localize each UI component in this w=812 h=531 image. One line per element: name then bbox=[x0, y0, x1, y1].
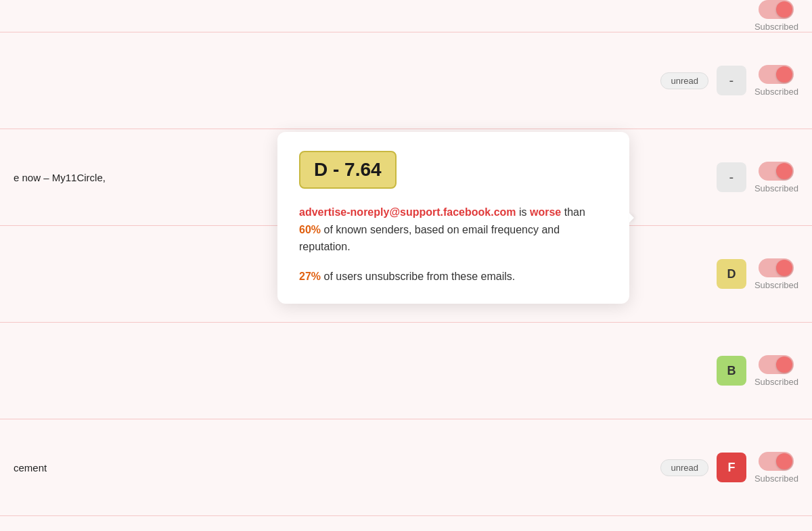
score-badge: D - 7.64 bbox=[299, 151, 397, 189]
is-text: is bbox=[516, 206, 530, 218]
email-row: cement unread F Subscribed bbox=[0, 419, 812, 516]
subscription-toggle-container: Subscribed bbox=[754, 258, 798, 290]
unsubscribe-percent: 27% bbox=[299, 271, 321, 282]
grade-badge: F bbox=[717, 453, 746, 482]
sender-score-tooltip: D - 7.64 advertise-noreply@support.faceb… bbox=[277, 132, 629, 304]
percent-text: 60% bbox=[299, 224, 321, 235]
subscription-toggle-container: Subscribed bbox=[754, 65, 798, 97]
subscribed-label: Subscribed bbox=[754, 87, 798, 97]
than-text: than bbox=[561, 206, 585, 218]
subscribed-label: Subscribed bbox=[754, 183, 798, 193]
subscription-toggle[interactable] bbox=[759, 0, 794, 19]
unread-badge: unread bbox=[660, 459, 708, 476]
grade-badge: - bbox=[717, 66, 746, 95]
unread-badge: unread bbox=[660, 72, 708, 89]
unsubscribe-text: of users unsubscribe from these emails. bbox=[321, 271, 515, 282]
email-subject: cement bbox=[14, 455, 660, 480]
subscribed-label: Subscribed bbox=[754, 22, 798, 32]
subscription-toggle[interactable] bbox=[759, 65, 794, 84]
email-subject bbox=[14, 364, 717, 377]
grade-badge: - bbox=[717, 162, 746, 192]
email-subject bbox=[14, 74, 660, 87]
description-text: of known senders, based on email frequen… bbox=[299, 224, 560, 253]
grade-badge: B bbox=[717, 356, 746, 386]
subscribed-label: Subscribed bbox=[754, 377, 798, 387]
worse-text: worse bbox=[530, 206, 561, 218]
subscribed-label: Subscribed bbox=[754, 280, 798, 290]
email-row: unread - Subscribed bbox=[0, 32, 812, 129]
subscription-toggle-container: Subscribed bbox=[754, 162, 798, 193]
sender-email: advertise-noreply@support.facebook.com bbox=[299, 206, 516, 218]
tooltip-stats: 27% of users unsubscribe from these emai… bbox=[299, 268, 608, 285]
subscription-toggle-container: Subscribed bbox=[754, 452, 798, 484]
subscription-toggle[interactable] bbox=[759, 258, 794, 277]
subscription-toggle[interactable] bbox=[759, 355, 794, 374]
subscription-toggle[interactable] bbox=[759, 452, 794, 471]
tooltip-description: advertise-noreply@support.facebook.com i… bbox=[299, 204, 608, 256]
grade-badge: D bbox=[717, 259, 746, 289]
email-row: Subscribed bbox=[0, 0, 812, 32]
subscription-toggle[interactable] bbox=[759, 162, 794, 181]
email-row: B Subscribed bbox=[0, 323, 812, 419]
subscribed-label: Subscribed bbox=[754, 474, 798, 484]
subscription-toggle-container: Subscribed bbox=[754, 0, 798, 32]
subscription-toggle-container: Subscribed bbox=[754, 355, 798, 387]
